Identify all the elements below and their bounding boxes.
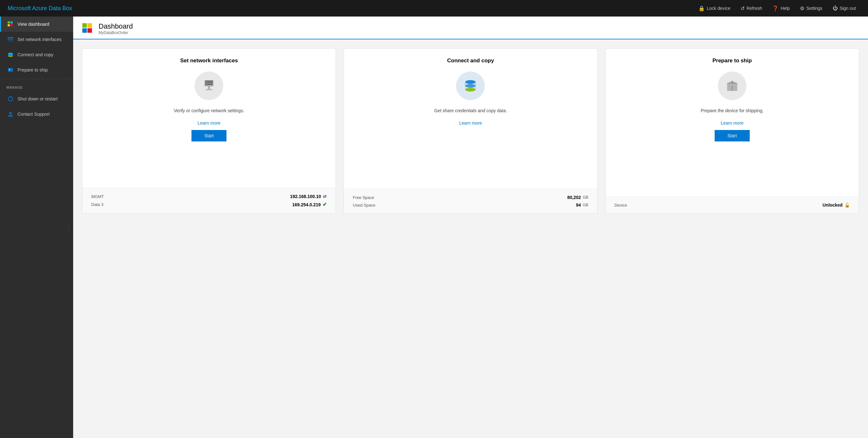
- page-title: Dashboard: [99, 22, 133, 31]
- svg-rect-11: [9, 69, 10, 70]
- card-prepare-to-ship: Prepare to ship Prepare the device for s…: [605, 48, 859, 213]
- card-bottom-ship: Device Unlocked 🔓: [606, 196, 859, 213]
- sidebar-item-contact-support[interactable]: Contact Support: [0, 106, 73, 122]
- start-button-ship[interactable]: Start: [715, 130, 750, 141]
- svg-rect-19: [205, 81, 213, 82]
- signout-icon: ⏻: [833, 5, 838, 11]
- svg-rect-6: [8, 40, 13, 41]
- svg-rect-10: [8, 68, 13, 72]
- signout-button[interactable]: ⏻ Sign out: [828, 3, 860, 14]
- svg-rect-16: [82, 28, 87, 33]
- card-description-connect: Get share credentials and copy data.: [434, 108, 507, 114]
- stat-label-mgmt: MGMT: [91, 194, 104, 199]
- settings-icon: ⚙: [800, 5, 804, 11]
- svg-rect-1: [10, 21, 13, 24]
- stat-value-mgmt: 192.168.100.10 ⇄: [290, 194, 327, 199]
- main-content: Dashboard MyDataBoxOrder Set network int…: [73, 16, 868, 438]
- sidebar-resize-handle[interactable]: ⋮: [66, 225, 71, 230]
- sidebar-label-contact-support: Contact Support: [18, 111, 50, 116]
- layout: View dashboard Set network interfaces: [0, 16, 868, 438]
- card-icon-ship: [718, 71, 746, 100]
- stat-value-usedspace: 94 GB: [576, 202, 588, 208]
- svg-rect-23: [206, 89, 212, 90]
- svg-rect-14: [82, 23, 87, 28]
- settings-button[interactable]: ⚙ Settings: [796, 3, 827, 14]
- svg-rect-34: [730, 84, 734, 86]
- dashboard-icon: [7, 21, 14, 27]
- svg-point-13: [9, 112, 12, 114]
- page-header-text: Dashboard MyDataBoxOrder: [99, 22, 133, 35]
- help-button[interactable]: ❓ Help: [768, 3, 794, 14]
- refresh-icon: ↺: [740, 5, 745, 11]
- svg-point-28: [465, 84, 475, 88]
- sidebar-item-connect-and-copy[interactable]: Connect and copy: [0, 47, 73, 62]
- svg-rect-21: [205, 84, 213, 85]
- svg-rect-22: [208, 87, 210, 89]
- help-icon: ❓: [772, 5, 779, 11]
- start-button-network[interactable]: Start: [191, 130, 226, 141]
- stat-row-data3: Data 3 169.254.0.219 ✔: [91, 202, 327, 208]
- card-connect-and-copy: Connect and copy Get share credential: [343, 48, 597, 213]
- sidebar-item-shut-down-restart[interactable]: Shut down or restart: [0, 91, 73, 106]
- app-title: Microsoft Azure Data Box: [8, 5, 72, 12]
- svg-point-26: [207, 84, 207, 85]
- stat-label-data3: Data 3: [91, 202, 103, 207]
- stat-row-device: Device Unlocked 🔓: [615, 202, 850, 208]
- topbar-actions: 🔒 Lock device ↺ Refresh ❓ Help ⚙ Setting…: [694, 3, 860, 14]
- stat-row-freespace: Free Space 80,202 GB: [353, 195, 588, 200]
- svg-rect-0: [8, 21, 10, 24]
- svg-point-24: [207, 81, 207, 82]
- card-title-connect: Connect and copy: [447, 58, 494, 64]
- stat-label-freespace: Free Space: [353, 195, 374, 200]
- sidebar-item-set-network-interfaces[interactable]: Set network interfaces: [0, 32, 73, 47]
- card-bottom-connect: Free Space 80,202 GB Used Space 94 GB: [344, 189, 597, 213]
- stat-value-device: Unlocked 🔓: [823, 202, 850, 208]
- svg-point-9: [8, 53, 13, 55]
- card-title-network: Set network interfaces: [180, 58, 238, 64]
- sidebar-item-view-dashboard[interactable]: View dashboard: [0, 16, 73, 32]
- svg-point-27: [465, 80, 475, 84]
- svg-rect-2: [8, 24, 10, 26]
- card-bottom-network: MGMT 192.168.100.10 ⇄ Data 3 169.254.0.2…: [82, 188, 336, 213]
- page-subtitle: MyDataBoxOrder: [99, 31, 133, 35]
- svg-rect-17: [88, 28, 92, 33]
- stat-value-data3: 169.254.0.219 ✔: [292, 202, 327, 208]
- card-icon-network: [195, 71, 223, 100]
- svg-rect-5: [8, 39, 13, 40]
- svg-rect-3: [10, 24, 13, 26]
- manage-section-label: MANAGE: [0, 80, 73, 91]
- learn-more-ship[interactable]: Learn more: [721, 121, 744, 126]
- page-header-icon: [82, 23, 94, 34]
- topbar: Microsoft Azure Data Box 🔒 Lock device ↺…: [0, 0, 868, 16]
- stat-label-device: Device: [615, 203, 627, 208]
- sidebar: View dashboard Set network interfaces: [0, 16, 73, 438]
- refresh-button[interactable]: ↺ Refresh: [736, 3, 767, 14]
- sidebar-item-prepare-to-ship[interactable]: Prepare to ship: [0, 62, 73, 77]
- card-description-network: Verify or configure network settings.: [174, 108, 244, 114]
- connect-copy-sidebar-icon: [7, 52, 14, 58]
- lock-icon: 🔒: [699, 5, 705, 11]
- unlock-icon: 🔓: [844, 202, 850, 208]
- card-description-ship: Prepare the device for shipping.: [701, 108, 764, 114]
- restart-sidebar-icon: [7, 96, 14, 102]
- card-top-connect: Connect and copy Get share credential: [344, 48, 597, 189]
- sidebar-label-set-network: Set network interfaces: [18, 37, 62, 42]
- sidebar-divider: [0, 79, 73, 79]
- card-top-ship: Prepare to ship Prepare the device for s…: [606, 48, 859, 196]
- svg-rect-4: [8, 37, 13, 38]
- stat-value-freespace: 80,202 GB: [567, 195, 588, 200]
- stat-row-usedspace: Used Space 94 GB: [353, 202, 588, 208]
- card-top-network: Set network interfaces: [82, 48, 336, 188]
- checkmark-icon: ✔: [322, 202, 327, 208]
- network-sidebar-icon: [7, 36, 14, 43]
- prepare-ship-sidebar-icon: [7, 67, 14, 73]
- arrows-icon: ⇄: [323, 194, 327, 199]
- support-sidebar-icon: [7, 111, 14, 117]
- card-set-network-interfaces: Set network interfaces: [82, 48, 336, 213]
- svg-rect-20: [205, 82, 213, 83]
- learn-more-network[interactable]: Learn more: [197, 121, 220, 126]
- learn-more-connect[interactable]: Learn more: [459, 121, 482, 126]
- lock-device-button[interactable]: 🔒 Lock device: [694, 3, 735, 14]
- sidebar-label-shut-down: Shut down or restart: [18, 96, 58, 101]
- svg-point-25: [207, 82, 207, 83]
